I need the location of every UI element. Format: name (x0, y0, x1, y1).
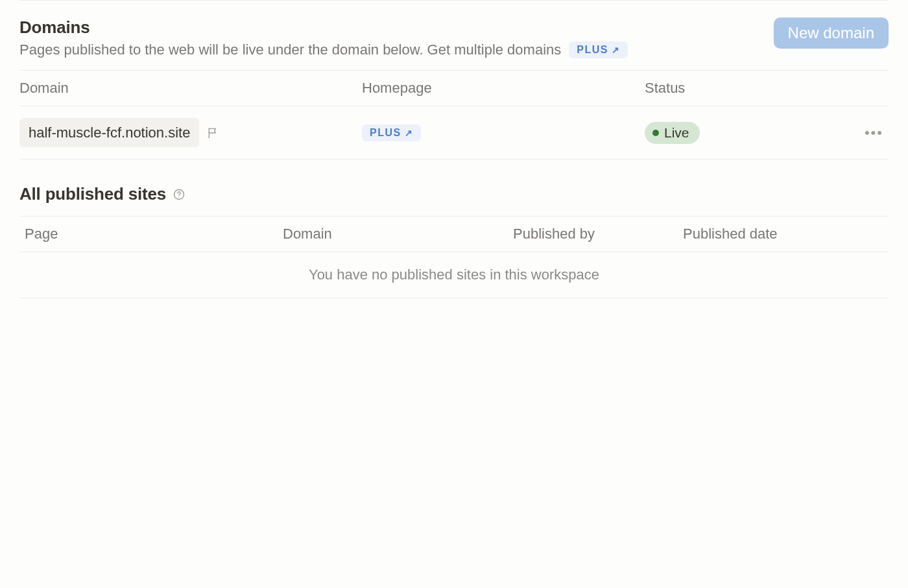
column-header-status: Status (645, 80, 850, 97)
plus-upgrade-badge-header[interactable]: PLUS ↗ (569, 41, 628, 58)
flag-icon[interactable] (207, 126, 220, 139)
column-header-site-domain: Domain (283, 226, 513, 242)
status-dot-icon (652, 130, 659, 136)
sites-table-header: Page Domain Published by Published date (19, 216, 889, 252)
column-header-homepage: Homepage (362, 80, 645, 97)
domains-subtitle-row: Pages published to the web will be live … (19, 41, 774, 58)
arrow-up-right-icon: ↗ (612, 45, 621, 55)
more-horizontal-icon: ••• (865, 124, 883, 141)
domains-subtitle: Pages published to the web will be live … (19, 41, 561, 58)
status-badge: Live (645, 122, 700, 144)
column-header-domain: Domain (19, 80, 362, 97)
more-options-button[interactable]: ••• (859, 122, 889, 144)
domains-header: Domains Pages published to the web will … (19, 1, 889, 70)
arrow-up-right-icon: ↗ (405, 128, 414, 138)
table-row: half-muscle-fcf.notion.site PLUS ↗ Live (19, 106, 889, 159)
domain-name-chip[interactable]: half-muscle-fcf.notion.site (19, 118, 199, 147)
plus-upgrade-badge-homepage[interactable]: PLUS ↗ (362, 124, 421, 141)
domains-title: Domains (19, 18, 774, 38)
column-header-page: Page (25, 226, 283, 242)
new-domain-button[interactable]: New domain (774, 18, 889, 49)
plus-badge-label: PLUS (577, 44, 608, 56)
published-sites-header: All published sites (19, 159, 889, 216)
domains-table-header: Domain Homepage Status (19, 70, 889, 106)
column-header-published-date: Published date (683, 226, 889, 242)
plus-badge-label: PLUS (370, 127, 401, 139)
svg-point-1 (178, 196, 179, 197)
empty-state-message: You have no published sites in this work… (19, 252, 889, 298)
status-label: Live (664, 125, 689, 141)
column-header-published-by: Published by (513, 226, 683, 242)
published-sites-title: All published sites (19, 184, 166, 204)
help-icon[interactable] (173, 188, 185, 201)
